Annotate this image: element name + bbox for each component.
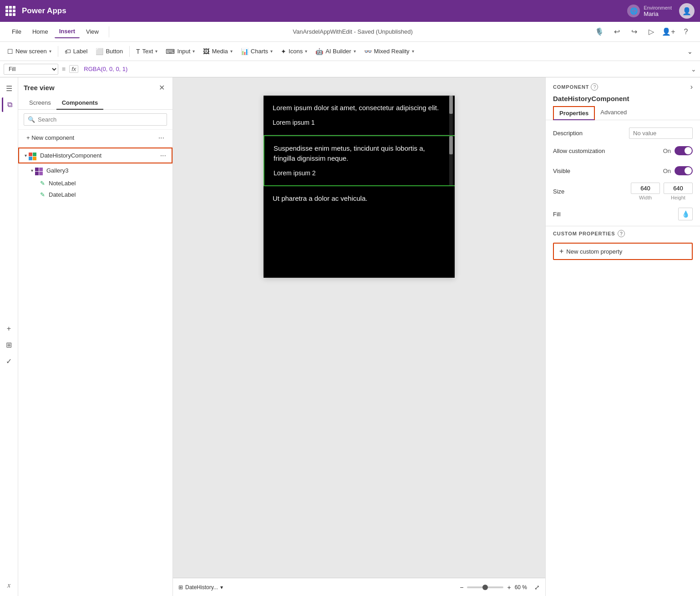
allow-customization-toggle[interactable]: On xyxy=(663,146,693,155)
sidebar-variable-icon[interactable]: 𝑥 xyxy=(2,578,16,592)
width-input[interactable] xyxy=(631,183,660,194)
tree-item-datehistorycomponent[interactable]: ▾ DateHistoryComponent ··· xyxy=(18,148,172,163)
menu-file[interactable]: File xyxy=(7,25,26,38)
tree-item-gallery3[interactable]: ▾ Gallery3 xyxy=(18,163,172,178)
environment-info: 🌐 Environment Maria xyxy=(627,5,672,17)
play-icon[interactable]: ▷ xyxy=(644,25,658,39)
redo-icon[interactable]: ↪ xyxy=(627,25,641,39)
mixed-reality-icon: 👓 xyxy=(364,48,372,55)
new-custom-property-button[interactable]: + New custom property xyxy=(553,243,693,260)
fill-color-box[interactable]: 💧 xyxy=(678,208,693,220)
button-icon: ⬜ xyxy=(96,48,103,55)
property-select[interactable]: Fill xyxy=(4,64,58,75)
sidebar-layers-icon[interactable]: ⧉ xyxy=(2,97,16,112)
main-area: ☰ ⧉ + ⊞ ✓ 𝑥 Tree view ✕ Screens Componen… xyxy=(0,77,700,596)
text-button[interactable]: T Text ▾ xyxy=(132,46,161,57)
charts-button[interactable]: 📊 Charts ▾ xyxy=(237,46,276,57)
gallery-item-2: Suspendisse enim metus, tincidunt quis l… xyxy=(264,135,455,186)
ai-builder-button[interactable]: 🤖 AI Builder ▾ xyxy=(312,46,359,57)
text-btn-label: Text xyxy=(142,48,153,55)
microphone-icon[interactable]: 🎙️ xyxy=(593,25,606,39)
tab-screens[interactable]: Screens xyxy=(24,97,56,110)
scrollbar-thumb-2[interactable] xyxy=(449,136,453,154)
tree-panel-close-button[interactable]: ✕ xyxy=(156,82,167,93)
person-add-icon[interactable]: 👤+ xyxy=(662,25,675,39)
description-input[interactable] xyxy=(629,127,693,139)
zoom-minus-button[interactable]: − xyxy=(460,584,463,591)
scrollbar-1[interactable] xyxy=(449,96,453,135)
bottom-screen-name[interactable]: ⊞ DateHistory... ▾ xyxy=(178,584,223,591)
gallery-item-1-text: Lorem ipsum dolor sit amet, consectetur … xyxy=(273,103,446,113)
user-avatar[interactable]: 👤 xyxy=(679,3,695,19)
input-button[interactable]: ⌨ Input ▾ xyxy=(162,46,198,57)
row-spacer-1 xyxy=(546,159,700,163)
icons-btn-label: Icons xyxy=(289,48,303,55)
panel-expand-icon[interactable]: › xyxy=(690,83,693,91)
button-button[interactable]: ⬜ Button xyxy=(92,46,127,57)
visible-label: Visible xyxy=(553,168,570,174)
props-description-row: Description xyxy=(546,124,700,143)
tree-ellipsis-button[interactable]: ··· xyxy=(156,133,167,143)
tab-components[interactable]: Components xyxy=(56,97,103,110)
gallery-item-3: Ut pharetra a dolor ac vehicula. xyxy=(264,186,455,211)
fx-icon: fx xyxy=(69,65,78,73)
zoom-plus-button[interactable]: + xyxy=(507,584,511,591)
visible-toggle[interactable]: On xyxy=(663,166,693,175)
tree-item-notelabel[interactable]: ✎ NoteLabel xyxy=(18,178,172,189)
more-button[interactable]: ⌄ xyxy=(684,46,696,57)
undo-icon[interactable]: ↩ xyxy=(610,25,624,39)
canvas-content[interactable]: Lorem ipsum dolor sit amet, consectetur … xyxy=(264,96,455,278)
scrollbar-thumb-1[interactable] xyxy=(449,96,453,114)
allow-customization-toggle-switch[interactable] xyxy=(675,146,693,155)
menu-insert[interactable]: Insert xyxy=(55,25,80,38)
scrollbar-2[interactable] xyxy=(449,136,453,185)
sidebar-database-icon[interactable]: ⊞ xyxy=(2,338,16,352)
media-button[interactable]: 🖼 Media ▾ xyxy=(199,46,236,57)
sidebar-menu-icon[interactable]: ☰ xyxy=(2,81,16,96)
gallery-icon xyxy=(35,166,43,175)
zoom-controls: − + 60 % ⤢ xyxy=(460,584,540,591)
tab-properties[interactable]: Properties xyxy=(553,106,595,120)
tree-item-more-component[interactable]: ··· xyxy=(160,152,166,160)
sidebar-check-icon[interactable]: ✓ xyxy=(2,354,16,369)
menu-view[interactable]: View xyxy=(81,25,103,38)
toolbar-icons: 🎙️ ↩ ↪ ▷ 👤+ ? xyxy=(593,25,693,39)
new-component-button[interactable]: + New component xyxy=(24,132,77,143)
fill-label: Fill xyxy=(553,211,561,218)
tree-item-datelabel[interactable]: ✎ DateLabel xyxy=(18,189,172,200)
props-tabs: Properties Advanced xyxy=(546,106,700,120)
visible-toggle-switch[interactable] xyxy=(675,166,693,175)
save-status: VanArsdelAppWithEdit - Saved (Unpublishe… xyxy=(115,28,591,35)
menu-home[interactable]: Home xyxy=(28,25,53,38)
icons-button[interactable]: ✦ Icons ▾ xyxy=(277,46,311,57)
sidebar-plus-icon[interactable]: + xyxy=(2,321,16,336)
formula-expand-icon[interactable]: ⌄ xyxy=(691,66,696,73)
height-input-group: Height xyxy=(664,183,693,200)
tree-item-label-gallery3: Gallery3 xyxy=(46,167,167,174)
chevron-down-icon: ⌄ xyxy=(687,48,693,55)
height-label: Height xyxy=(671,195,685,200)
tab-advanced[interactable]: Advanced xyxy=(595,106,632,120)
props-fill-row: Fill 💧 xyxy=(546,204,700,224)
icons-caret: ▾ xyxy=(305,49,307,54)
mixed-reality-button[interactable]: 👓 Mixed Reality ▾ xyxy=(360,46,418,57)
fullscreen-icon[interactable]: ⤢ xyxy=(534,584,540,591)
canvas-area: Lorem ipsum dolor sit amet, consectetur … xyxy=(173,77,545,596)
props-size-row: Size Width Height xyxy=(546,179,700,204)
canvas-frame: Lorem ipsum dolor sit amet, consectetur … xyxy=(264,96,455,278)
env-label: Environment xyxy=(644,5,672,10)
zoom-slider[interactable] xyxy=(467,586,503,588)
search-input[interactable] xyxy=(38,116,163,123)
component-name-title: DateHistoryComponent xyxy=(546,93,700,106)
media-icon: 🖼 xyxy=(203,48,209,55)
component-info-icon[interactable]: ? xyxy=(591,83,598,91)
help-icon[interactable]: ? xyxy=(679,25,693,39)
app-grid-icon[interactable] xyxy=(5,6,15,16)
new-screen-button[interactable]: ☐ New screen ▾ xyxy=(4,46,55,57)
formula-input[interactable]: RGBA(0, 0, 0, 1) xyxy=(82,65,689,73)
custom-props-info-icon[interactable]: ? xyxy=(618,230,625,237)
height-input[interactable] xyxy=(664,183,693,194)
tree-actions: + New component ··· xyxy=(18,130,172,146)
app-name: Power Apps xyxy=(22,6,66,15)
label-button[interactable]: 🏷 Label xyxy=(61,46,91,57)
